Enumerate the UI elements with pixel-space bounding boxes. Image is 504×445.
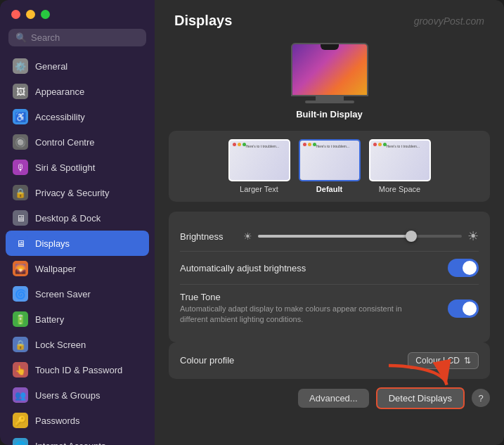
sidebar-item-control-centre[interactable]: 🔘Control Centre [6, 129, 149, 155]
sidebar-item-desktop-dock[interactable]: 🖥Desktop & Dock [6, 205, 149, 231]
sidebar-item-wallpaper[interactable]: 🌄Wallpaper [6, 256, 149, 281]
display-option-thumb-1: Here's to t troublem... [299, 139, 361, 181]
sidebar-item-internet-accounts[interactable]: 🌐Internet Accounts [6, 433, 149, 445]
sidebar-item-accessibility[interactable]: ♿Accessibility [6, 104, 149, 129]
sidebar-item-label-displays: Displays [35, 238, 70, 249]
page-title: Displays [174, 13, 232, 29]
brightness-slider-track[interactable] [258, 235, 462, 238]
sidebar-item-label-general: General [35, 61, 67, 72]
colour-profile-value: Colour LCD [415, 356, 460, 366]
sidebar-item-appearance[interactable]: 🖼Appearance [6, 79, 149, 104]
true-tone-row: True Tone Automatically adapt display to… [180, 285, 479, 333]
sidebar-item-label-internet-accounts: Internet Accounts [35, 441, 105, 446]
detect-displays-button[interactable]: Detect Displays [376, 387, 465, 409]
brightness-label: Brightness [180, 231, 236, 242]
sidebar-item-siri-spotlight[interactable]: 🎙Siri & Spotlight [6, 155, 149, 180]
monitor-base [305, 101, 354, 103]
sidebar-item-lock-screen[interactable]: 🔒Lock Screen [6, 332, 149, 357]
sidebar-item-label-accessibility: Accessibility [35, 112, 85, 122]
traffic-lights [0, 0, 155, 26]
colour-profile-panel: Colour profile Colour LCD ⇅ [169, 342, 490, 379]
sidebar-item-passwords[interactable]: 🔑Passwords [6, 408, 149, 433]
battery-icon: 🔋 [13, 311, 28, 327]
main-content: Displays groovyPost.com Built-in Display… [155, 0, 504, 445]
passwords-icon: 🔑 [13, 413, 28, 428]
footer-row: Advanced... Detect Displays ? [155, 379, 504, 420]
auto-brightness-row: Automatically adjust brightness [180, 252, 479, 285]
sidebar-item-screen-saver[interactable]: 🌀Screen Saver [6, 281, 149, 307]
sidebar-item-users-groups[interactable]: 👥Users & Groups [6, 382, 149, 408]
privacy-security-icon: 🔒 [13, 185, 28, 200]
sidebar-item-label-users-groups: Users & Groups [35, 390, 100, 401]
true-tone-toggle[interactable] [448, 299, 479, 318]
sidebar-item-label-screen-saver: Screen Saver [35, 289, 91, 299]
sidebar-item-displays[interactable]: 🖥Displays [6, 231, 149, 256]
help-button[interactable]: ? [472, 389, 490, 407]
accessibility-icon: ♿ [13, 109, 28, 124]
close-button[interactable] [11, 10, 20, 19]
sidebar-item-general[interactable]: ⚙️General [6, 53, 149, 79]
brightness-slider-thumb[interactable] [406, 231, 417, 242]
desktop-dock-icon: 🖥 [13, 210, 28, 226]
sun-small-icon: ☀ [243, 231, 252, 242]
sidebar-item-label-lock-screen: Lock Screen [35, 340, 86, 350]
zoom-button[interactable] [41, 10, 50, 19]
true-tone-sublabel: Automatically adapt display to make colo… [180, 304, 419, 325]
display-label: Built-in Display [296, 109, 363, 120]
sidebar-item-label-battery: Battery [35, 314, 64, 325]
brightness-slider-fill [258, 235, 411, 238]
display-option-more-space[interactable]: Here's to t troublem...More Space [369, 139, 431, 193]
internet-accounts-icon: 🌐 [13, 438, 28, 445]
colour-profile-row: Colour profile Colour LCD ⇅ [180, 345, 479, 376]
search-icon: 🔍 [15, 32, 27, 43]
auto-brightness-label: Automatically adjust brightness [180, 263, 306, 273]
display-option-default[interactable]: Here's to t troublem...Default [299, 139, 361, 193]
displays-icon: 🖥 [13, 236, 28, 251]
display-option-larger-text[interactable]: Here's to t troublem...Larger Text [228, 139, 290, 193]
sidebar-item-label-wallpaper: Wallpaper [35, 264, 76, 274]
search-input[interactable] [31, 32, 139, 43]
true-tone-label: True Tone [180, 292, 419, 302]
brightness-row: Brightness ☀ ☀ [180, 221, 479, 252]
touch-id-password-icon: 👆 [13, 362, 28, 378]
users-groups-icon: 👥 [13, 387, 28, 403]
screen-saver-icon: 🌀 [13, 286, 28, 302]
sidebar-list: ⚙️General🖼Appearance♿Accessibility🔘Contr… [0, 53, 155, 445]
display-option-thumb-0: Here's to t troublem... [228, 139, 290, 181]
sidebar: 🔍 ⚙️General🖼Appearance♿Accessibility🔘Con… [0, 0, 155, 445]
minimize-button[interactable] [26, 10, 35, 19]
sidebar-item-label-privacy-security: Privacy & Security [35, 188, 109, 198]
main-header: Displays groovyPost.com [155, 0, 504, 36]
monitor-image [291, 43, 368, 96]
siri-spotlight-icon: 🎙 [13, 160, 28, 175]
monitor-notch [321, 44, 339, 50]
colour-profile-select[interactable]: Colour LCD ⇅ [408, 352, 479, 369]
sidebar-item-battery[interactable]: 🔋Battery [6, 307, 149, 332]
display-option-thumb-2: Here's to t troublem... [369, 139, 431, 181]
wallpaper-icon: 🌄 [13, 261, 28, 276]
sidebar-item-touch-id-password[interactable]: 👆Touch ID & Password [6, 357, 149, 382]
sidebar-item-label-passwords: Passwords [35, 415, 80, 426]
sidebar-item-label-touch-id-password: Touch ID & Password [35, 365, 122, 375]
display-option-label-0: Larger Text [240, 185, 278, 193]
brightness-slider-wrapper: ☀ ☀ [243, 228, 479, 244]
control-centre-icon: 🔘 [13, 134, 28, 150]
sidebar-item-label-control-centre: Control Centre [35, 137, 95, 148]
sidebar-item-label-desktop-dock: Desktop & Dock [35, 213, 101, 224]
watermark: groovyPost.com [414, 15, 484, 27]
sidebar-item-label-siri-spotlight: Siri & Spotlight [35, 162, 95, 173]
sidebar-item-privacy-security[interactable]: 🔒Privacy & Security [6, 180, 149, 205]
display-option-label-1: Default [316, 185, 342, 193]
advanced-button[interactable]: Advanced... [298, 389, 369, 408]
true-tone-label-group: True Tone Automatically adapt display to… [180, 292, 419, 325]
settings-panel: Brightness ☀ ☀ Automatically adjust brig… [169, 212, 490, 342]
chevron-updown-icon: ⇅ [464, 356, 471, 366]
display-option-label-2: More Space [379, 185, 420, 193]
display-preview: Built-in Display [155, 36, 504, 131]
search-bar[interactable]: 🔍 [8, 29, 146, 46]
sidebar-item-label-appearance: Appearance [35, 86, 84, 97]
auto-brightness-toggle[interactable] [448, 259, 479, 277]
display-options-panel: Here's to t troublem...Larger TextHere's… [169, 131, 490, 202]
appearance-icon: 🖼 [13, 84, 28, 99]
lock-screen-icon: 🔒 [13, 337, 28, 352]
